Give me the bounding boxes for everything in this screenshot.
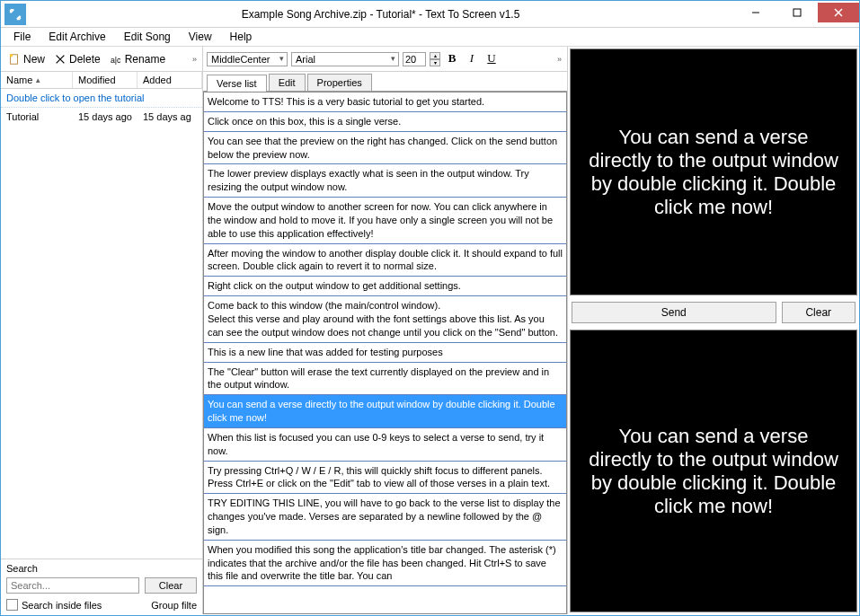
menu-edit-song[interactable]: Edit Song [117, 29, 178, 45]
menubar: File Edit Archive Edit Song View Help [1, 28, 859, 46]
font-size-input[interactable] [403, 52, 426, 66]
verse-item[interactable]: Right click on the output window to get … [204, 277, 566, 296]
delete-button[interactable]: Delete [50, 51, 104, 67]
search-inside-checkbox[interactable] [6, 599, 18, 611]
tab-properties[interactable]: Properties [307, 74, 372, 91]
tab-edit[interactable]: Edit [269, 74, 306, 91]
svg-rect-1 [794, 9, 801, 16]
minimize-button[interactable] [735, 3, 776, 22]
column-name[interactable]: Name▲ [1, 72, 73, 88]
verse-item[interactable]: After moving the window to another displ… [204, 244, 566, 277]
column-modified[interactable]: Modified [73, 72, 137, 88]
menu-help[interactable]: Help [223, 29, 260, 45]
svg-point-5 [10, 53, 13, 57]
tab-verse-list[interactable]: Verse list [207, 75, 267, 92]
verse-item[interactable]: Move the output window to another screen… [204, 198, 566, 244]
rename-button[interactable]: a|c Rename [106, 51, 169, 67]
bold-button[interactable]: B [444, 51, 460, 67]
size-up-button[interactable]: ▴ [430, 52, 440, 59]
svg-text:a|c: a|c [111, 55, 121, 64]
delete-icon [54, 53, 66, 66]
search-label: Search [6, 563, 197, 574]
toolbar-overflow[interactable]: » [191, 53, 199, 66]
verse-item[interactable]: Welcome to TTS! This is a very basic tut… [204, 92, 566, 112]
clear-button[interactable]: Clear [782, 302, 856, 323]
app-icon [4, 4, 26, 25]
verse-item[interactable]: When this list is focused you can use 0-… [204, 428, 566, 462]
search-input[interactable] [6, 577, 139, 594]
new-button[interactable]: New [4, 51, 49, 67]
maximize-button[interactable] [776, 3, 818, 22]
verse-item[interactable]: You can see that the preview on the righ… [204, 132, 566, 165]
underline-button[interactable]: U [483, 51, 500, 67]
tutorial-hint[interactable]: Double click to open the tutorial [1, 89, 202, 108]
new-icon [8, 53, 21, 66]
menu-file[interactable]: File [6, 29, 38, 45]
size-down-button[interactable]: ▾ [430, 59, 440, 66]
group-filter-label[interactable]: Group filte [151, 600, 197, 611]
menu-view[interactable]: View [182, 29, 219, 45]
rename-icon: a|c [110, 53, 122, 66]
close-button[interactable] [818, 3, 859, 22]
verse-item[interactable]: Try pressing Ctrl+Q / W / E / R, this wi… [204, 462, 566, 495]
verse-item[interactable]: The lower preview displays exactly what … [204, 164, 566, 198]
verse-item[interactable]: Come back to this window (the main/contr… [204, 296, 566, 343]
format-overflow[interactable]: » [555, 53, 563, 66]
verse-item[interactable]: TRY EDITING THIS LINE, you will have to … [204, 494, 566, 541]
verse-item[interactable]: When you modified this song the applicat… [204, 541, 566, 587]
file-row[interactable]: Tutorial 15 days ago 15 days ag [1, 108, 202, 126]
search-inside-label: Search inside files [22, 600, 102, 611]
alignment-dropdown[interactable]: MiddleCenter [207, 52, 288, 66]
verse-item[interactable]: You can send a verse directly to the out… [204, 395, 566, 428]
menu-edit-archive[interactable]: Edit Archive [41, 29, 112, 45]
column-added[interactable]: Added [137, 72, 202, 88]
verse-item[interactable]: This is a new line that was added for te… [204, 343, 566, 363]
verse-item[interactable]: The "Clear" button will erase the text c… [204, 363, 566, 396]
search-clear-button[interactable]: Clear [145, 577, 197, 594]
output-panel[interactable]: You can send a verse directly to the out… [570, 330, 857, 612]
preview-panel[interactable]: You can send a verse directly to the out… [570, 48, 857, 295]
verse-list[interactable]: Welcome to TTS! This is a very basic tut… [203, 92, 567, 614]
window-title: Example Song Archive.zip - Tutorial* - T… [26, 8, 735, 21]
font-dropdown[interactable]: Arial [291, 52, 399, 66]
verse-item[interactable]: Click once on this box, this is a single… [204, 112, 566, 132]
italic-button[interactable]: I [464, 51, 480, 67]
send-button[interactable]: Send [572, 302, 776, 323]
sort-asc-icon: ▲ [34, 76, 41, 84]
